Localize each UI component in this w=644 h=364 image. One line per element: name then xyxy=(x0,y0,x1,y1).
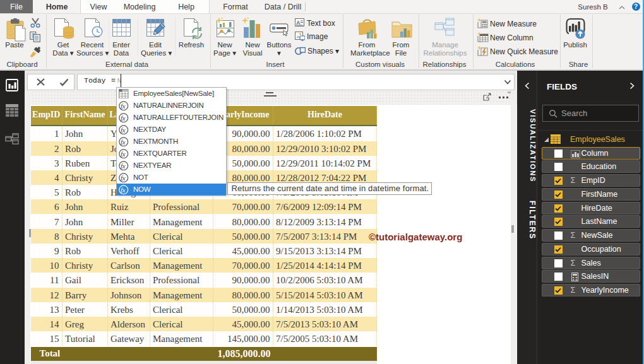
svg-text:fx: fx xyxy=(121,173,126,181)
svg-text:fx: fx xyxy=(121,161,126,169)
svg-text:fx: fx xyxy=(121,150,126,157)
svg-text:A: A xyxy=(296,20,301,26)
svg-text:fx: fx xyxy=(121,126,126,133)
svg-text:fx: fx xyxy=(121,185,126,193)
svg-text:fx: fx xyxy=(121,102,126,109)
svg-text:fx: fx xyxy=(121,114,126,121)
svg-text:fx: fx xyxy=(121,138,126,145)
